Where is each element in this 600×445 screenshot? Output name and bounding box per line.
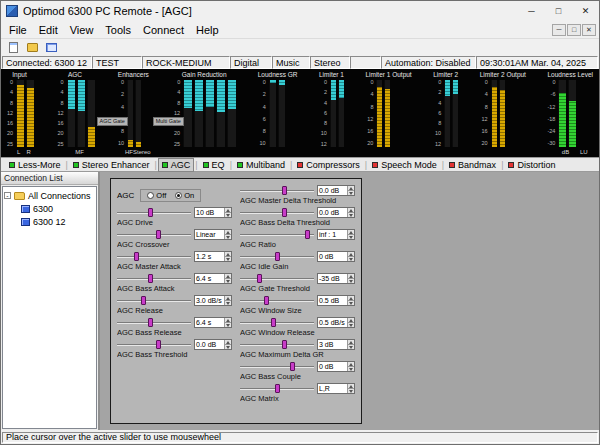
slider-thumb[interactable] [275,384,280,393]
spin-down-button[interactable] [348,345,354,349]
menu-item-edit[interactable]: Edit [33,23,64,37]
spin-down-button[interactable] [225,279,231,283]
maximize-button[interactable]: □ [545,1,572,21]
slider-thumb[interactable] [148,208,153,217]
mdi-minimize-button[interactable]: ─ [552,24,566,36]
tab-stereo-enhancer[interactable]: Stereo Enhancer [69,158,154,172]
slider-agc-bass-threshold[interactable] [117,339,191,350]
tab-distortion[interactable]: Distortion [504,158,559,172]
tab-bandmax[interactable]: Bandmax [445,158,500,172]
slider-agc-master-delta-threshold[interactable] [240,185,314,196]
spin-down-button[interactable] [348,301,354,305]
slider-agc-matrix[interactable] [240,383,314,394]
menu-item-help[interactable]: Help [190,23,225,37]
slider-thumb[interactable] [156,340,161,349]
slider-agc-bass-couple[interactable] [240,361,314,372]
slider-agc-release[interactable] [117,295,191,306]
value-agc-maximum-delta-gr[interactable]: 3 dB [317,339,355,350]
value-agc-gate-threshold[interactable]: -35 dB [317,273,355,284]
spin-down-button[interactable] [348,323,354,327]
slider-agc-bass-release[interactable] [117,317,191,328]
menu-item-file[interactable]: File [3,23,33,37]
value-agc-bass-attack[interactable]: 6.4 s [194,273,232,284]
spin-down-button[interactable] [348,279,354,283]
value-agc-bass-release[interactable]: 6.4 s [194,317,232,328]
value-agc-ratio[interactable]: inf : 1 [317,229,355,240]
spin-down-button[interactable] [348,191,354,195]
slider-thumb[interactable] [141,296,146,305]
collapse-expander-icon[interactable]: - [4,192,11,199]
all-connections-item[interactable]: - All Connections [4,189,95,202]
tab-eq[interactable]: EQ [199,158,229,172]
tab-compressors[interactable]: Compressors [293,158,364,172]
slider-agc-bass-delta-threshold[interactable] [240,207,314,218]
value-agc-window-size[interactable]: 0.5 dB [317,295,355,306]
value-agc-master-delta-threshold[interactable]: 0.0 dB [317,185,355,196]
slider-thumb[interactable] [257,274,262,283]
radio-on-icon[interactable] [175,192,182,199]
value-agc-drive[interactable]: 10 dB [194,207,232,218]
value-agc-release[interactable]: 3.0 dB/s [194,295,232,306]
value-agc-idle-gain[interactable]: 0 dB [317,251,355,262]
slider-agc-idle-gain[interactable] [240,251,314,262]
connection-item-6300[interactable]: 6300 [4,202,95,215]
agc-off-radio[interactable]: Off [147,191,166,200]
tab-multiband[interactable]: Multiband [233,158,289,172]
spin-down-button[interactable] [348,257,354,261]
value-agc-matrix[interactable]: L,R [317,383,355,394]
slider-thumb[interactable] [271,318,276,327]
spin-down-button[interactable] [348,213,354,217]
spin-down-button[interactable] [225,235,231,239]
menu-item-tools[interactable]: Tools [99,23,137,37]
spin-down-button[interactable] [225,345,231,349]
value-agc-bass-delta-threshold[interactable]: 0.0 dB [317,207,355,218]
slider-agc-bass-attack[interactable] [117,273,191,284]
slider-thumb[interactable] [282,208,287,217]
value-agc-master-attack[interactable]: 1.2 s [194,251,232,262]
value-agc-bass-couple[interactable]: 0 dB [317,361,355,372]
spin-down-button[interactable] [348,367,354,371]
slider-thumb[interactable] [134,252,139,261]
mdi-close-button[interactable]: ✕ [582,24,596,36]
slider-thumb[interactable] [148,274,153,283]
close-button[interactable]: ✕ [572,1,599,21]
toolbar-button-folder-icon[interactable] [24,40,40,55]
slider-agc-window-size[interactable] [240,295,314,306]
slider-agc-crossover[interactable] [117,229,191,240]
slider-thumb[interactable] [282,186,287,195]
minimize-button[interactable]: ─ [518,1,545,21]
tab-speech-mode[interactable]: Speech Mode [368,158,441,172]
slider-thumb[interactable] [148,318,153,327]
value-agc-crossover[interactable]: Linear [194,229,232,240]
spin-down-button[interactable] [225,323,231,327]
slider-thumb[interactable] [275,252,280,261]
radio-off-icon[interactable] [147,192,154,199]
connection-item-6300-12[interactable]: 6300 12 [4,215,95,228]
slider-agc-master-attack[interactable] [117,251,191,262]
spin-down-button[interactable] [225,301,231,305]
slider-agc-ratio[interactable] [240,229,314,240]
mdi-restore-button[interactable]: □ [567,24,581,36]
spin-down-button[interactable] [348,235,354,239]
menu-item-view[interactable]: View [64,23,100,37]
slider-thumb[interactable] [305,230,310,239]
menu-item-connect[interactable]: Connect [137,23,190,37]
value-agc-bass-threshold[interactable]: 0.0 dB [194,339,232,350]
slider-thumb[interactable] [264,296,269,305]
slider-agc-gate-threshold[interactable] [240,273,314,284]
slider-agc-drive[interactable] [117,207,191,218]
toolbar-button-monitor-icon[interactable] [43,40,59,55]
spin-down-button[interactable] [348,389,354,393]
slider-agc-maximum-delta-gr[interactable] [240,339,314,350]
spin-down-button[interactable] [225,213,231,217]
tab-agc[interactable]: AGC [158,158,195,172]
value-agc-window-release[interactable]: 0.5 dB/s [317,317,355,328]
slider-thumb[interactable] [282,340,287,349]
agc-on-radio[interactable]: On [175,191,194,200]
toolbar-button-document-icon[interactable] [5,40,21,55]
slider-agc-window-release[interactable] [240,317,314,328]
slider-thumb[interactable] [156,230,161,239]
tab-less-more[interactable]: Less-More [5,158,65,172]
slider-thumb[interactable] [290,362,295,371]
spin-down-button[interactable] [225,257,231,261]
